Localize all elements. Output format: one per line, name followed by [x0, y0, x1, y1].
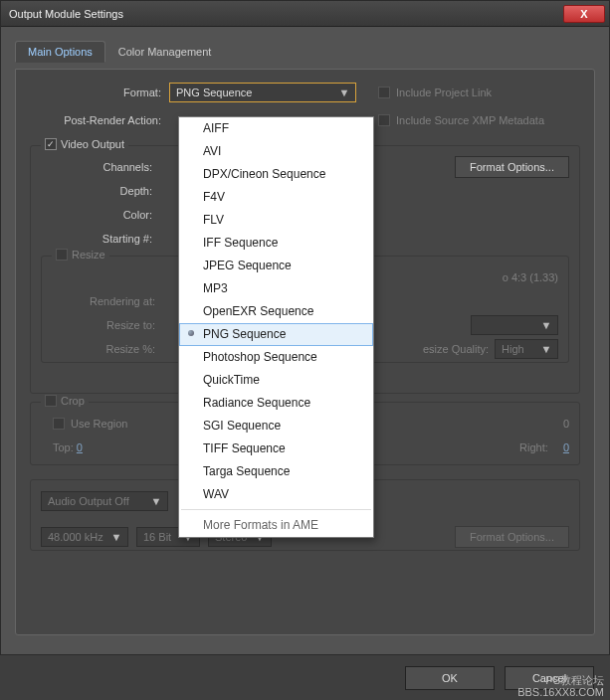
- window-close-button[interactable]: X: [563, 5, 605, 23]
- lock-aspect-text: o 4:3 (1.33): [503, 271, 558, 283]
- chevron-down-icon: ▼: [337, 87, 351, 98]
- format-option[interactable]: Photoshop Sequence: [179, 346, 373, 369]
- format-option[interactable]: SGI Sequence: [179, 415, 373, 438]
- crop-top-label: Top:: [53, 441, 74, 453]
- resize-quality-label: esize Quality:: [423, 343, 489, 355]
- video-output-title: Video Output: [41, 138, 128, 150]
- format-value: PNG Sequence: [176, 87, 252, 98]
- format-option[interactable]: AVI: [179, 140, 373, 163]
- format-option[interactable]: TIFF Sequence: [179, 438, 373, 460]
- format-option[interactable]: WAV: [179, 483, 373, 506]
- format-label: Format:: [30, 87, 169, 98]
- audio-output-combo[interactable]: Audio Output Off ▼: [41, 491, 168, 511]
- video-output-label: Video Output: [61, 138, 124, 150]
- format-option[interactable]: MP3: [179, 277, 373, 300]
- resize-pct-label: Resize %:: [52, 343, 163, 355]
- audio-depth-value: 16 Bit: [143, 531, 171, 543]
- format-more-ame[interactable]: More Formats in AME: [179, 513, 373, 537]
- audio-rate-combo: 48.000 kHz▼: [41, 527, 128, 547]
- include-xmp-label: Include Source XMP Metadata: [396, 114, 544, 126]
- video-output-checkbox[interactable]: [45, 138, 57, 150]
- final-size-text: 0: [563, 418, 569, 430]
- watermark: PS教程论坛 BBS.16XX8.COM: [517, 674, 604, 698]
- resize-to-label: Resize to:: [52, 319, 163, 331]
- format-option[interactable]: DPX/Cineon Sequence: [179, 163, 373, 186]
- crop-label: Crop: [61, 395, 85, 407]
- watermark-line2: BBS.16XX8.COM: [517, 686, 604, 698]
- depth-label: Depth:: [41, 185, 160, 197]
- rendering-at-label: Rendering at:: [52, 295, 163, 307]
- watermark-line1: PS教程论坛: [517, 674, 604, 686]
- resize-label: Resize: [72, 249, 105, 261]
- window-title: Output Module Settings: [9, 8, 563, 20]
- chevron-down-icon: ▼: [149, 495, 163, 507]
- crop-right-value[interactable]: 0: [563, 441, 569, 453]
- use-region-checkbox: [53, 418, 65, 430]
- format-dropdown[interactable]: AIFFAVIDPX/Cineon SequenceF4VFLVIFF Sequ…: [178, 116, 374, 538]
- crop-top-value[interactable]: 0: [77, 441, 83, 453]
- format-option[interactable]: IFF Sequence: [179, 232, 373, 255]
- format-option[interactable]: JPEG Sequence: [179, 255, 373, 277]
- audio-format-options-button: Format Options...: [455, 526, 569, 548]
- format-option[interactable]: PNG Sequence: [179, 323, 373, 346]
- separator: [181, 509, 371, 510]
- resize-quality-combo: High ▼: [495, 339, 558, 359]
- format-option[interactable]: QuickTime: [179, 369, 373, 392]
- format-option[interactable]: Targa Sequence: [179, 460, 373, 483]
- tab-main-options[interactable]: Main Options: [15, 41, 105, 63]
- color-label: Color:: [41, 209, 160, 221]
- use-region-label: Use Region: [71, 418, 127, 430]
- resize-checkbox[interactable]: [56, 249, 68, 261]
- starting-label: Starting #:: [41, 233, 160, 245]
- format-options-button[interactable]: Format Options...: [455, 156, 569, 178]
- post-render-label: Post-Render Action:: [30, 114, 169, 126]
- tabs: Main Options Color Management: [15, 41, 595, 63]
- titlebar: Output Module Settings X: [1, 1, 609, 27]
- channels-label: Channels:: [41, 161, 160, 173]
- ok-button[interactable]: OK: [405, 666, 495, 690]
- crop-checkbox[interactable]: [45, 395, 57, 407]
- resize-quality-value: High: [502, 343, 524, 355]
- close-icon: X: [580, 8, 587, 20]
- resize-to-preset-combo: ▼: [471, 315, 558, 335]
- include-project-link-checkbox: [378, 87, 390, 98]
- chevron-down-icon: ▼: [539, 343, 553, 355]
- crop-right-label: Right:: [519, 441, 548, 453]
- chevron-down-icon: ▼: [109, 531, 123, 543]
- format-option[interactable]: OpenEXR Sequence: [179, 300, 373, 323]
- chevron-down-icon: ▼: [539, 319, 553, 331]
- format-option[interactable]: AIFF: [179, 117, 373, 140]
- format-option[interactable]: F4V: [179, 186, 373, 209]
- audio-rate-value: 48.000 kHz: [48, 531, 103, 543]
- format-option[interactable]: FLV: [179, 209, 373, 232]
- tab-color-management[interactable]: Color Management: [105, 41, 225, 63]
- include-project-link-label: Include Project Link: [396, 87, 492, 98]
- format-option[interactable]: Radiance Sequence: [179, 392, 373, 415]
- audio-output-value: Audio Output Off: [48, 495, 129, 507]
- include-xmp-checkbox: [378, 114, 390, 126]
- format-combo[interactable]: PNG Sequence ▼: [169, 83, 356, 102]
